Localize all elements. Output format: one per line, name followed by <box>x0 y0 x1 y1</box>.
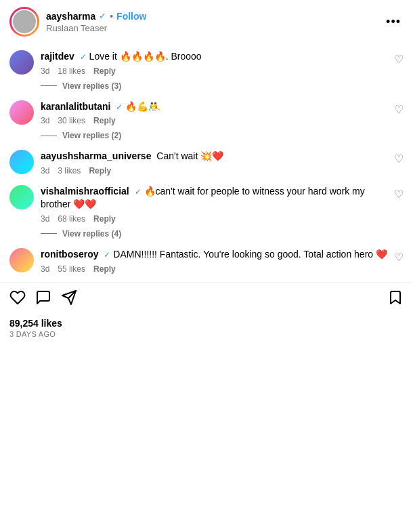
comment-meta: 3d 3 likes Reply <box>41 166 387 176</box>
reply-button[interactable]: Reply <box>93 214 116 224</box>
commenter-username[interactable]: rajitdev <box>41 51 74 62</box>
comment-item: rajitdev ✓ Love it 🔥🔥🔥🔥. Broooo 3d 18 li… <box>9 43 404 79</box>
view-replies-c4[interactable]: View replies (4) <box>41 229 404 239</box>
bookmark-button[interactable] <box>387 289 404 308</box>
comment-time: 3d <box>41 166 49 176</box>
comment-content: 🔥💪🤼 <box>125 101 160 112</box>
post-date: 3 DAYS AGO <box>9 330 404 338</box>
verified-badge-header: ✓ <box>99 11 106 21</box>
comment-body: ronitboseroy ✓ DAMN!!!!!! Fantastic. You… <box>41 248 387 274</box>
heart-action-icon <box>9 289 26 306</box>
dot-separator: • <box>110 11 113 22</box>
bookmark-action-icon <box>387 289 404 306</box>
reply-line <box>41 136 57 136</box>
view-replies-label[interactable]: View replies (3) <box>62 81 121 91</box>
commenter-username[interactable]: aayushsharma_universe <box>41 150 151 161</box>
view-replies-label[interactable]: View replies (2) <box>62 131 121 140</box>
share-action-icon <box>61 289 77 306</box>
comment-content: Love it 🔥🔥🔥🔥. Broooo <box>89 51 202 62</box>
commenter-username[interactable]: vishalmishraofficial <box>41 186 129 197</box>
heart-icon[interactable]: ♡ <box>394 153 404 165</box>
commenter-avatar[interactable] <box>9 248 34 272</box>
comment-time: 3d <box>41 66 49 76</box>
reply-button[interactable]: Reply <box>93 116 116 125</box>
more-options-button[interactable]: ••• <box>383 12 404 32</box>
reply-line <box>41 85 57 86</box>
follow-button[interactable]: Follow <box>116 11 146 22</box>
commenter-username[interactable]: ronitboseroy <box>41 249 99 260</box>
comment-likes: 68 likes <box>58 214 85 224</box>
heart-icon[interactable]: ♡ <box>394 188 404 200</box>
comment-likes: 18 likes <box>58 66 85 76</box>
post-header: aaysharma ✓ • Follow Ruslaan Teaser ••• <box>0 0 413 43</box>
likes-count: 89,254 likes <box>9 318 404 329</box>
comment-button[interactable] <box>35 289 51 308</box>
comment-text: ronitboseroy ✓ DAMN!!!!!! Fantastic. You… <box>41 248 387 262</box>
post-subtitle: Ruslaan Teaser <box>46 23 383 33</box>
view-replies-label[interactable]: View replies (4) <box>62 229 121 239</box>
comment-likes: 30 likes <box>58 116 85 125</box>
comment-like[interactable]: ♡ <box>394 50 404 66</box>
actions-bar <box>0 282 413 315</box>
verified-badge: ✓ <box>135 187 142 197</box>
comment-time: 3d <box>41 116 49 125</box>
comment-meta: 3d 55 likes Reply <box>41 264 387 274</box>
comment-time: 3d <box>41 264 49 274</box>
verified-badge: ✓ <box>104 250 110 260</box>
reply-button[interactable]: Reply <box>93 264 116 274</box>
comment-meta: 3d 68 likes Reply <box>41 214 387 224</box>
commenter-avatar[interactable] <box>9 50 34 75</box>
comment-meta: 3d 18 likes Reply <box>41 66 387 76</box>
view-replies-c2[interactable]: View replies (2) <box>41 131 404 140</box>
post-footer: 89,254 likes 3 DAYS AGO <box>0 315 413 346</box>
comment-item: karanlalitbutani ✓ 🔥💪🤼 3d 30 likes Reply… <box>9 94 404 129</box>
reply-line <box>41 233 57 234</box>
comment-body: vishalmishraofficial ✓ 🔥can't wait for p… <box>41 185 387 224</box>
comment-text: karanlalitbutani ✓ 🔥💪🤼 <box>41 100 387 114</box>
comment-like[interactable]: ♡ <box>394 150 404 165</box>
comment-likes: 3 likes <box>58 166 81 176</box>
comment-text: rajitdev ✓ Love it 🔥🔥🔥🔥. Broooo <box>41 50 387 64</box>
comment-text: aayushsharma_universe Can't wait 💥❤️ <box>41 150 387 163</box>
heart-icon[interactable]: ♡ <box>394 54 404 65</box>
comment-meta: 3d 30 likes Reply <box>41 116 387 125</box>
comment-like[interactable]: ♡ <box>394 100 404 116</box>
commenter-username[interactable]: karanlalitbutani <box>41 101 110 112</box>
comment-item: vishalmishraofficial ✓ 🔥can't wait for p… <box>9 178 404 226</box>
verified-badge: ✓ <box>116 102 123 112</box>
reply-button[interactable]: Reply <box>89 166 111 176</box>
more-icon: ••• <box>386 15 401 28</box>
comment-time: 3d <box>41 214 49 224</box>
comment-item: aayushsharma_universe Can't wait 💥❤️ 3d … <box>9 143 404 178</box>
comment-body: aayushsharma_universe Can't wait 💥❤️ 3d … <box>41 150 387 176</box>
heart-icon[interactable]: ♡ <box>394 251 404 263</box>
reply-button[interactable]: Reply <box>93 66 116 76</box>
view-replies-c1[interactable]: View replies (3) <box>41 81 404 91</box>
like-button[interactable] <box>9 289 26 308</box>
share-button[interactable] <box>61 289 77 308</box>
comment-content: DAMN!!!!!! Fantastic. You're looking so … <box>113 249 387 260</box>
commenter-avatar[interactable] <box>9 100 34 125</box>
comment-content: Can't wait 💥❤️ <box>156 150 223 161</box>
commenter-avatar[interactable] <box>9 150 34 174</box>
comment-like[interactable]: ♡ <box>394 185 404 201</box>
comment-like[interactable]: ♡ <box>394 248 404 264</box>
post-author-avatar[interactable] <box>9 7 39 37</box>
comment-body: rajitdev ✓ Love it 🔥🔥🔥🔥. Broooo 3d 18 li… <box>41 50 387 76</box>
commenter-avatar[interactable] <box>9 185 34 209</box>
comment-action-icon <box>35 289 51 306</box>
comment-item: ronitboseroy ✓ DAMN!!!!!! Fantastic. You… <box>9 241 404 277</box>
comment-body: karanlalitbutani ✓ 🔥💪🤼 3d 30 likes Reply <box>41 100 387 126</box>
post-username[interactable]: aaysharma <box>46 11 95 22</box>
verified-badge: ✓ <box>80 52 87 62</box>
comment-likes: 55 likes <box>58 264 85 274</box>
post-author-info: aaysharma ✓ • Follow Ruslaan Teaser <box>46 11 383 33</box>
comments-section: rajitdev ✓ Love it 🔥🔥🔥🔥. Broooo 3d 18 li… <box>0 43 413 277</box>
comment-text: vishalmishraofficial ✓ 🔥can't wait for p… <box>41 185 387 211</box>
heart-icon[interactable]: ♡ <box>394 104 404 115</box>
username-row: aaysharma ✓ • Follow <box>46 11 383 22</box>
